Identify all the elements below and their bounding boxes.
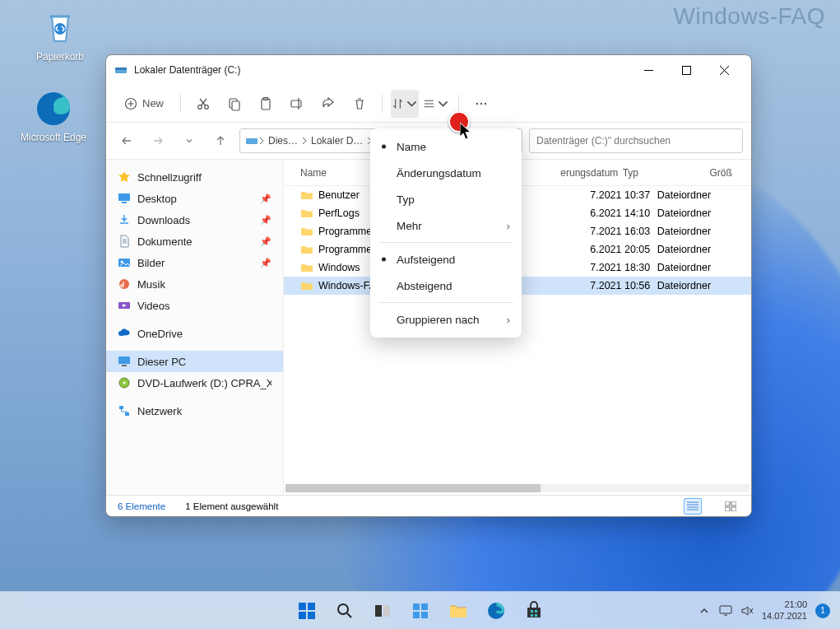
sidebar-item-onedrive[interactable]: OneDrive [106, 323, 283, 344]
breadcrumb-segment[interactable]: Dies… [265, 135, 301, 147]
maximize-button[interactable] [667, 58, 705, 82]
search-taskbar-button[interactable] [328, 594, 361, 627]
folder-icon [448, 601, 468, 621]
file-date: 7.2021 16:03 [534, 226, 657, 237]
svg-rect-28 [125, 412, 129, 416]
command-bar: New [106, 85, 751, 123]
view-button[interactable] [422, 90, 450, 118]
search-input[interactable] [536, 135, 736, 147]
scrollbar-thumb[interactable] [285, 484, 541, 492]
sidebar-item-documents[interactable]: Dokumente 📌 [106, 231, 283, 252]
column-header-size[interactable]: Größ [709, 167, 751, 179]
sidebar-item-music[interactable]: Musik [106, 273, 283, 295]
file-type: Dateiordner [657, 207, 751, 219]
cloud-icon [118, 327, 131, 340]
sidebar-item-downloads[interactable]: Downloads 📌 [106, 209, 283, 231]
tray-overflow-button[interactable] [698, 604, 711, 617]
cut-button[interactable] [189, 90, 217, 118]
sidebar-item-pictures[interactable]: Bilder 📌 [106, 252, 283, 273]
sort-menu-name[interactable]: Name [370, 133, 522, 160]
desktop-icon-recycle-bin[interactable]: Papierkorb [23, 8, 97, 63]
minimize-button[interactable] [629, 58, 667, 82]
new-button[interactable]: New [116, 94, 172, 114]
sidebar-item-label: Desktop [137, 193, 177, 205]
taskbar[interactable]: 21:00 14.07.2021 1 [0, 591, 840, 629]
titlebar[interactable]: Lokaler Datenträger (C:) [106, 55, 751, 85]
file-type: Dateiordner [657, 189, 751, 201]
nav-recent-button[interactable] [177, 128, 202, 153]
taskview-button[interactable] [366, 594, 399, 627]
chevron-right-icon: › [507, 220, 511, 232]
large-icons-view-button[interactable] [722, 498, 740, 515]
menu-item-label: Absteigend [397, 280, 452, 292]
svg-rect-23 [118, 356, 130, 364]
svg-point-26 [123, 382, 126, 384]
network-tray-icon[interactable] [719, 604, 732, 617]
taskview-icon [373, 601, 392, 621]
file-date: 6.2021 14:10 [534, 207, 657, 219]
close-button[interactable] [705, 58, 743, 82]
nav-up-button[interactable] [208, 128, 233, 153]
search-box[interactable] [529, 128, 743, 153]
start-button[interactable] [290, 594, 323, 627]
view-list-icon [422, 96, 436, 111]
menu-item-label: Änderungsdatum [397, 167, 481, 179]
video-icon [118, 299, 131, 312]
edge-taskbar-button[interactable] [480, 594, 513, 627]
paste-button[interactable] [252, 90, 280, 118]
svg-rect-27 [119, 406, 123, 409]
notification-badge[interactable]: 1 [815, 603, 830, 618]
details-view-button[interactable] [684, 498, 702, 515]
sidebar-item-videos[interactable]: Videos [106, 295, 283, 316]
svg-rect-45 [531, 610, 533, 613]
music-icon [118, 277, 131, 291]
sort-menu-groupby[interactable]: Gruppieren nach› [370, 306, 522, 333]
speaker-muted-icon [740, 604, 754, 617]
share-button[interactable] [314, 90, 342, 118]
rename-button[interactable] [283, 90, 311, 118]
sort-menu-type[interactable]: Typ [370, 186, 522, 212]
file-explorer-taskbar-button[interactable] [442, 594, 475, 627]
sidebar-item-thispc[interactable]: Dieser PC [106, 351, 283, 372]
svg-rect-48 [535, 614, 537, 617]
more-button[interactable] [467, 90, 495, 118]
chevron-right-icon: › [507, 314, 511, 326]
store-taskbar-button[interactable] [517, 594, 550, 627]
sidebar-item-quickaccess[interactable]: Schnellzugriff [106, 166, 283, 188]
sidebar-item-desktop[interactable]: Desktop 📌 [106, 188, 283, 209]
delete-button[interactable] [346, 90, 374, 118]
file-date: 7.2021 10:37 [534, 189, 657, 201]
sidebar-item-label: Bilder [137, 257, 165, 269]
nav-forward-button[interactable] [146, 128, 170, 153]
svg-rect-38 [375, 605, 382, 617]
svg-rect-18 [122, 202, 127, 203]
horizontal-scrollbar[interactable] [284, 482, 751, 495]
copy-button[interactable] [220, 90, 248, 118]
folder-icon [300, 189, 313, 202]
sort-menu-more[interactable]: Mehr› [370, 212, 522, 239]
store-icon [524, 601, 544, 621]
nav-back-button[interactable] [114, 128, 139, 153]
sidebar-item-network[interactable]: Netzwerk [106, 400, 283, 422]
sidebar-item-label: Netzwerk [137, 405, 182, 417]
desktop-icon-edge[interactable]: Microsoft Edge [16, 89, 90, 143]
column-header-date[interactable]: erungsdatum [504, 167, 622, 179]
sort-menu-date[interactable]: Änderungsdatum [370, 160, 522, 186]
sort-menu-ascending[interactable]: Aufsteigend [370, 246, 522, 273]
watermark-text: Windows-FAQ [674, 3, 825, 30]
sort-button[interactable] [391, 90, 419, 118]
sidebar-item-dvd[interactable]: DVD-Laufwerk (D:) CPRA_X64FRE [106, 372, 283, 394]
system-clock[interactable]: 21:00 14.07.2021 [762, 599, 807, 621]
clock-date: 14.07.2021 [762, 611, 807, 622]
column-header-type[interactable]: Typ [623, 167, 710, 179]
widgets-button[interactable] [404, 594, 437, 627]
svg-rect-35 [299, 612, 306, 619]
svg-rect-49 [720, 606, 731, 613]
desktop-icon-label: Microsoft Edge [16, 132, 90, 143]
svg-rect-34 [308, 603, 315, 610]
breadcrumb-segment[interactable]: Lokaler D… [308, 135, 366, 147]
volume-tray-icon[interactable] [740, 604, 754, 617]
copy-icon [227, 96, 242, 111]
sort-menu-descending[interactable]: Absteigend [370, 273, 522, 299]
svg-rect-16 [246, 138, 258, 144]
